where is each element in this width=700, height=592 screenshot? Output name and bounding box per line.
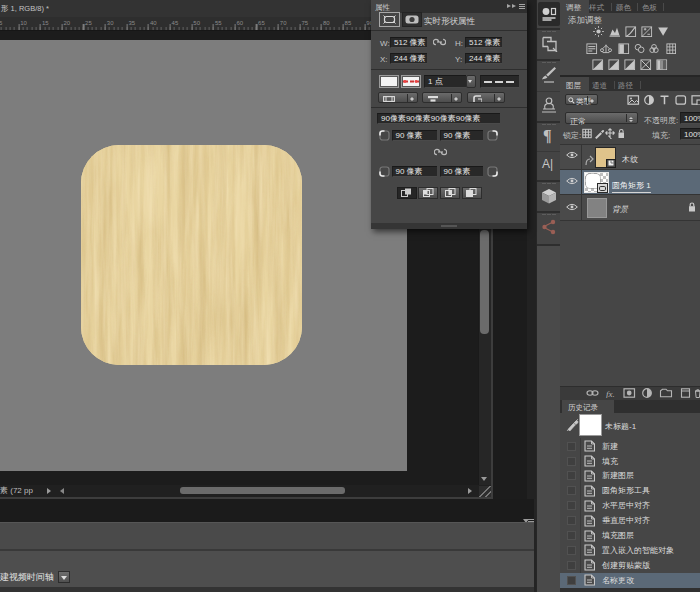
svg-text:fx.: fx. bbox=[606, 389, 615, 399]
